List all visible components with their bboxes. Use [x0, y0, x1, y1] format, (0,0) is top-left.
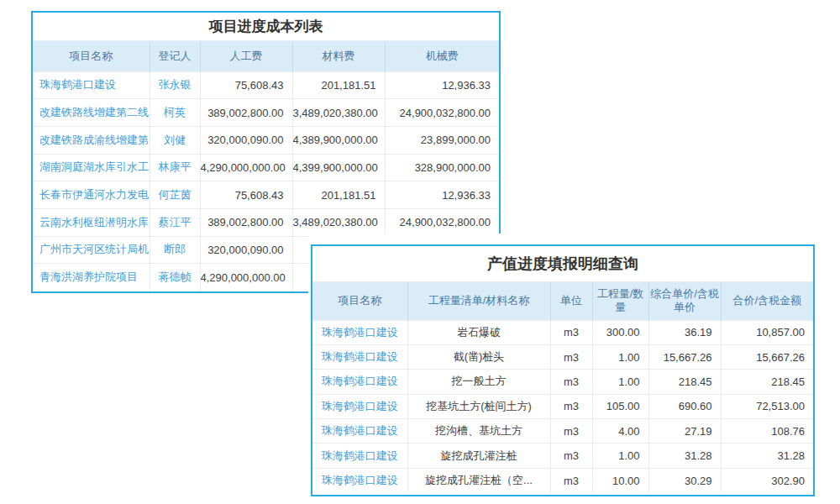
col-header-project: 项目名称: [33, 41, 150, 71]
table-row: 珠海鹤港口建设 旋挖成孔灌注桩（空... m3 10.00 30.29 302.…: [312, 468, 813, 492]
total-value: 218.45: [721, 370, 813, 394]
output-value-table: 项目名称 工程量清单/材料名称 单位 工程量/数量 综合单价/含税单价 合价/含…: [312, 282, 813, 493]
registrant-link[interactable]: 蔡江平: [150, 208, 200, 236]
project-link[interactable]: 长春市伊通河水力发电...: [33, 181, 150, 209]
qty-value: 1.00: [592, 370, 648, 394]
machine-cost-value: 12,936.33: [385, 181, 499, 209]
registrant-link[interactable]: 柯英: [150, 99, 200, 127]
price-value: 218.45: [648, 370, 721, 394]
unit-value: m3: [550, 344, 592, 369]
material-cost-value: 201,181.51: [292, 181, 385, 209]
project-link[interactable]: 改建铁路线增建第二线...: [33, 99, 150, 127]
table-row: 珠海鹤港口建设 挖沟槽、基坑土方 m3 4.00 27.19 108.76: [312, 419, 813, 444]
col-header-item: 工程量清单/材料名称: [407, 282, 550, 320]
labor-cost-value: 320,000,090.00: [200, 236, 292, 264]
project-link[interactable]: 珠海鹤港口建设: [312, 444, 407, 468]
table-row: 改建铁路线增建第二线... 柯英 389,002,800.00 3,489,02…: [33, 99, 499, 127]
registrant-link[interactable]: 断郎: [150, 236, 200, 264]
table-row: 长春市伊通河水力发电... 何芷茵 75,608.43 201,181.51 1…: [33, 181, 499, 209]
registrant-link[interactable]: 林康平: [150, 154, 200, 181]
qty-value: 1.00: [592, 344, 648, 369]
qty-value: 10.00: [592, 468, 648, 492]
table-row: 珠海鹤港口建设 岩石爆破 m3 300.00 36.19 10,857.00: [312, 320, 813, 344]
price-value: 31.28: [648, 444, 721, 468]
item-name: 岩石爆破: [407, 320, 550, 344]
price-value: 15,667.26: [648, 344, 721, 369]
total-value: 302.90: [721, 468, 813, 492]
table-row: 云南水利枢纽潜明水库... 蔡江平 389,002,800.00 3,489,0…: [33, 208, 499, 236]
total-value: 31.28: [721, 444, 813, 468]
total-value: 108.76: [721, 419, 813, 444]
unit-value: m3: [550, 320, 592, 344]
qty-value: 105.00: [592, 394, 648, 418]
qty-value: 4.00: [592, 419, 648, 444]
item-name: 挖基坑土方(桩间土方): [407, 394, 550, 418]
item-name: 挖一般土方: [407, 370, 550, 394]
table-row: 珠海鹤港口建设 挖基坑土方(桩间土方) m3 105.00 690.60 72,…: [312, 394, 813, 418]
col-header-total: 合价/含税金额: [721, 282, 813, 320]
project-link[interactable]: 珠海鹤港口建设: [312, 419, 407, 444]
page: 项目进度成本列表 项目名称 登记人 人工费 材料费 机械费 珠海鹤港口建设 张永…: [0, 0, 840, 504]
output-value-title: 产值进度填报明细查询: [312, 246, 813, 282]
labor-cost-value: 75,608.43: [200, 71, 292, 99]
unit-value: m3: [550, 419, 592, 444]
item-name: 旋挖成孔灌注桩（空...: [407, 468, 550, 492]
project-link[interactable]: 青海洪湖养护院项目: [33, 264, 150, 291]
material-cost-value: 4,389,900,000.00: [292, 126, 385, 154]
machine-cost-value: 23,899,000.00: [385, 126, 499, 154]
col-header-unit: 单位: [550, 282, 592, 320]
labor-cost-value: 4,290,000,000.00: [200, 264, 292, 291]
project-link[interactable]: 广州市天河区统计局机...: [33, 236, 150, 264]
material-cost-value: 3,489,020,380.00: [292, 99, 385, 127]
registrant-link[interactable]: 蒋德帧: [150, 264, 200, 291]
project-cost-title: 项目进度成本列表: [33, 13, 499, 41]
project-link[interactable]: 珠海鹤港口建设: [312, 370, 407, 394]
col-header-qty: 工程量/数量: [592, 282, 648, 320]
project-link[interactable]: 珠海鹤港口建设: [312, 468, 407, 492]
project-link[interactable]: 珠海鹤港口建设: [312, 344, 407, 369]
machine-cost-value: 328,900,000.00: [385, 154, 499, 181]
total-value: 15,667.26: [721, 344, 813, 369]
table-row: 珠海鹤港口建设 张永银 75,608.43 201,181.51 12,936.…: [33, 71, 499, 99]
total-value: 72,513.00: [721, 394, 813, 418]
project-link[interactable]: 珠海鹤港口建设: [33, 71, 150, 99]
col-header-price: 综合单价/含税单价: [648, 282, 721, 320]
material-cost-value: 3,489,020,380.00: [292, 208, 385, 236]
price-value: 36.19: [648, 320, 721, 344]
labor-cost-value: 389,002,800.00: [200, 99, 292, 127]
labor-cost-value: 4,290,000,000.00: [200, 154, 292, 181]
col-header-machine: 机械费: [385, 41, 499, 71]
item-name: 挖沟槽、基坑土方: [407, 419, 550, 444]
material-cost-value: 4,399,900,000.00: [292, 154, 385, 181]
unit-value: m3: [550, 370, 592, 394]
unit-value: m3: [550, 444, 592, 468]
col-header-labor: 人工费: [200, 41, 292, 71]
table-header-row: 项目名称 登记人 人工费 材料费 机械费: [33, 41, 499, 71]
table-header-row: 项目名称 工程量清单/材料名称 单位 工程量/数量 综合单价/含税单价 合价/含…: [312, 282, 813, 320]
machine-cost-value: 24,900,032,800.00: [385, 208, 499, 236]
labor-cost-value: 75,608.43: [200, 181, 292, 209]
project-link[interactable]: 云南水利枢纽潜明水库...: [33, 208, 150, 236]
unit-value: m3: [550, 468, 592, 492]
machine-cost-value: 24,900,032,800.00: [385, 99, 499, 127]
total-value: 10,857.00: [721, 320, 813, 344]
price-value: 27.19: [648, 419, 721, 444]
material-cost-value: 201,181.51: [292, 71, 385, 99]
registrant-link[interactable]: 张永银: [150, 71, 200, 99]
project-link[interactable]: 改建铁路成渝线增建第...: [33, 126, 150, 154]
table-row: 改建铁路成渝线增建第... 刘健 320,000,090.00 4,389,90…: [33, 126, 499, 154]
qty-value: 300.00: [592, 320, 648, 344]
registrant-link[interactable]: 何芷茵: [150, 181, 200, 209]
labor-cost-value: 389,002,800.00: [200, 208, 292, 236]
qty-value: 1.00: [592, 444, 648, 468]
col-header-project: 项目名称: [312, 282, 407, 320]
unit-value: m3: [550, 394, 592, 418]
registrant-link[interactable]: 刘健: [150, 126, 200, 154]
machine-cost-value: 12,936.33: [385, 71, 499, 99]
project-link[interactable]: 湖南洞庭湖水库引水工...: [33, 154, 150, 181]
item-name: 截(凿)桩头: [407, 344, 550, 369]
col-header-registrant: 登记人: [150, 41, 200, 71]
project-link[interactable]: 珠海鹤港口建设: [312, 394, 407, 418]
col-header-material: 材料费: [292, 41, 385, 71]
project-link[interactable]: 珠海鹤港口建设: [312, 320, 407, 344]
